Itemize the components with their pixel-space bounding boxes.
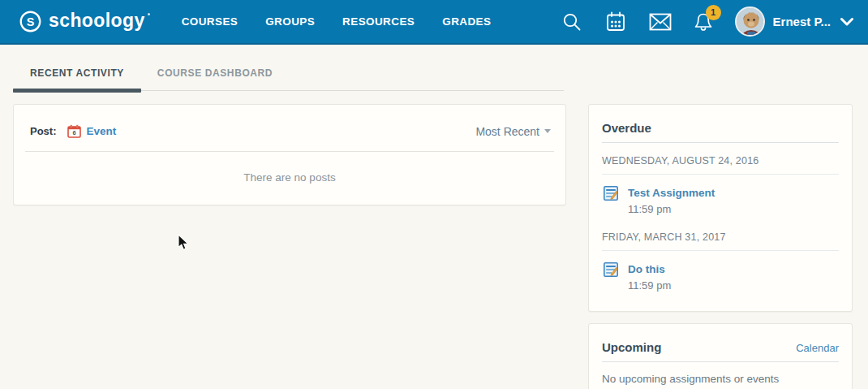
notification-count-badge[interactable]: 1 <box>706 5 721 20</box>
schoology-s-icon: S <box>19 11 41 32</box>
notifications-bell-icon[interactable]: 1 <box>693 11 714 32</box>
header-actions: 1 Ernest P... <box>539 6 853 37</box>
calendar-icon[interactable] <box>605 11 626 32</box>
overdue-date-group: FRIDAY, MARCH 31, 2017 Do this 11:59 pm <box>602 231 839 292</box>
content-area: Post: 6 Event Most Recent There are no p… <box>0 91 868 389</box>
overdue-item-text: Do this 11:59 pm <box>628 261 671 292</box>
nav-grades[interactable]: GRADES <box>428 0 505 43</box>
sort-dropdown-label: Most Recent <box>475 125 539 138</box>
empty-feed-message: There are no posts <box>25 171 554 184</box>
tab-course-dashboard[interactable]: COURSE DASHBOARD <box>151 59 279 90</box>
assignment-icon <box>604 262 618 277</box>
upcoming-card: Upcoming Calendar No upcoming assignment… <box>588 323 853 389</box>
dashboard-tabs: RECENT ACTIVITY COURSE DASHBOARD <box>13 59 564 91</box>
activity-feed-column: Post: 6 Event Most Recent There are no p… <box>13 104 566 205</box>
user-name[interactable]: Ernest P... <box>773 15 831 28</box>
assignment-icon <box>604 186 618 201</box>
nav-groups[interactable]: GROUPS <box>251 0 329 43</box>
brand-wordmark: schoology <box>49 10 145 32</box>
post-event-link[interactable]: Event <box>87 125 117 137</box>
chevron-down-icon[interactable] <box>840 18 853 26</box>
overdue-header: Overdue <box>602 121 839 143</box>
post-composer-card: Post: 6 Event Most Recent There are no p… <box>13 104 566 205</box>
sort-caret-icon <box>544 129 551 133</box>
upcoming-title: Upcoming <box>602 340 661 354</box>
schoology-logo[interactable]: S schoology <box>19 11 145 32</box>
top-nav-bar: S schoology COURSES GROUPS RESOURCES GRA… <box>0 0 868 45</box>
dashboard-tabs-row: RECENT ACTIVITY COURSE DASHBOARD <box>0 45 868 91</box>
post-composer-row: Post: 6 Event Most Recent <box>25 118 554 138</box>
mail-icon[interactable] <box>649 11 670 32</box>
svg-text:6: 6 <box>72 129 75 136</box>
svg-text:S: S <box>27 15 35 28</box>
overdue-item: Test Assignment 11:59 pm <box>604 185 839 215</box>
sidebar: Overdue WEDNESDAY, AUGUST 24, 2016 Test … <box>588 104 853 389</box>
post-label: Post: <box>30 125 57 137</box>
overdue-date-group: WEDNESDAY, AUGUST 24, 2016 Test Assignme… <box>602 155 839 215</box>
calendar-link[interactable]: Calendar <box>796 342 839 354</box>
overdue-item-time: 11:59 pm <box>628 279 671 292</box>
overdue-item-link[interactable]: Test Assignment <box>628 187 715 199</box>
post-divider <box>25 151 554 152</box>
overdue-item-time: 11:59 pm <box>628 203 715 215</box>
search-icon[interactable] <box>561 11 582 32</box>
overdue-card: Overdue WEDNESDAY, AUGUST 24, 2016 Test … <box>588 104 853 312</box>
overdue-item-text: Test Assignment 11:59 pm <box>628 185 715 215</box>
nav-resources[interactable]: RESOURCES <box>329 0 428 43</box>
overdue-date-label: WEDNESDAY, AUGUST 24, 2016 <box>602 155 839 175</box>
overdue-title: Overdue <box>602 121 651 135</box>
nav-courses[interactable]: COURSES <box>168 0 252 43</box>
event-calendar-icon[interactable]: 6 <box>67 124 81 138</box>
tab-recent-activity[interactable]: RECENT ACTIVITY <box>13 59 141 90</box>
overdue-item: Do this 11:59 pm <box>604 261 839 292</box>
sort-dropdown[interactable]: Most Recent <box>475 125 551 138</box>
upcoming-header: Upcoming Calendar <box>602 340 839 362</box>
overdue-item-link[interactable]: Do this <box>628 263 665 275</box>
overdue-date-label: FRIDAY, MARCH 31, 2017 <box>602 231 839 251</box>
primary-nav: COURSES GROUPS RESOURCES GRADES <box>168 0 505 43</box>
user-avatar[interactable] <box>735 6 765 37</box>
upcoming-empty-message: No upcoming assignments or events <box>602 373 839 385</box>
